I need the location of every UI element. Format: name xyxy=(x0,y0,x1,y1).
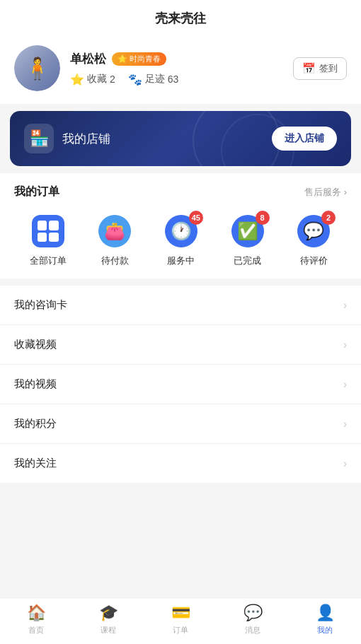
all-orders-icon xyxy=(32,215,64,247)
in-service-label: 服务中 xyxy=(167,254,195,267)
completed-label: 已完成 xyxy=(234,254,261,267)
nav-item-order[interactable]: 💳 订单 xyxy=(144,604,217,636)
profile-stats: ⭐ 收藏 2 🐾 足迹 63 xyxy=(70,73,178,86)
order-item-in-service[interactable]: 🕐 45 服务中 xyxy=(164,213,199,267)
pending-pay-icon-wrap: 👛 xyxy=(97,213,132,249)
profile-left: 🧍 单松松 ⭐ 时尚青春 ⭐ 收藏 2 xyxy=(14,45,178,91)
nav-item-home[interactable]: 🏠 首页 xyxy=(0,604,72,636)
order-item-pending-pay[interactable]: 👛 待付款 xyxy=(97,213,132,267)
shop-icon: 🏪 xyxy=(24,124,54,153)
order-item-pending-review[interactable]: 💬 2 待评价 xyxy=(296,213,331,267)
profile-info: 单松松 ⭐ 时尚青春 ⭐ 收藏 2 🐾 足迹 63 xyxy=(70,51,178,86)
pending-pay-icon: 👛 xyxy=(98,215,131,247)
after-sales-service[interactable]: 售后服务 › xyxy=(304,186,347,199)
menu-item-my-points[interactable]: 我的积分 › xyxy=(0,404,361,444)
in-service-icon-wrap: 🕐 45 xyxy=(164,213,199,249)
order-item-all[interactable]: 全部订单 xyxy=(30,213,67,267)
badge-label: 时尚青春 xyxy=(130,54,161,64)
profile-badge: ⭐ 时尚青春 xyxy=(112,52,166,66)
footprint-count: 63 xyxy=(168,74,179,85)
bottom-nav: 🏠 首页 🎓 课程 💳 订单 💬 消息 👤 我的 xyxy=(0,597,361,644)
chevron-right-icon-5: › xyxy=(343,457,347,470)
all-orders-icon-wrap xyxy=(30,213,66,249)
shop-left: 🏪 我的店铺 xyxy=(24,124,110,153)
consultation-card-label: 我的咨询卡 xyxy=(14,298,67,312)
orders-title: 我的订单 xyxy=(14,185,59,199)
chevron-right-icon-3: › xyxy=(343,378,347,391)
home-icon: 🏠 xyxy=(27,604,46,622)
favorites-label: 收藏 xyxy=(87,73,107,86)
page-header: 壳来壳往 xyxy=(0,0,361,34)
shop-banner: 🏪 我的店铺 进入店铺 xyxy=(10,111,351,166)
orders-section: 我的订单 售后服务 › 全部订单 xyxy=(0,173,361,279)
checkin-label: 签到 xyxy=(319,62,338,75)
footprint-stat[interactable]: 🐾 足迹 63 xyxy=(128,73,179,86)
profile-name: 单松松 xyxy=(70,51,106,67)
nav-item-course[interactable]: 🎓 课程 xyxy=(72,604,144,636)
my-follows-label: 我的关注 xyxy=(14,457,57,470)
menu-item-my-videos[interactable]: 我的视频 › xyxy=(0,365,361,404)
all-orders-label: 全部订单 xyxy=(30,254,67,267)
chat-bubble-icon: 💬 xyxy=(303,221,324,241)
order-item-completed[interactable]: ✅ 8 已完成 xyxy=(230,213,265,267)
card-icon: 💳 xyxy=(171,604,190,622)
checkin-icon: 📅 xyxy=(302,62,316,75)
nav-order-label: 订单 xyxy=(173,625,188,636)
completed-badge: 8 xyxy=(256,211,270,225)
footprint-label: 足迹 xyxy=(145,73,165,86)
chevron-right-icon-2: › xyxy=(343,339,347,351)
star-icon: ⭐ xyxy=(70,73,84,86)
enter-shop-button[interactable]: 进入店铺 xyxy=(272,127,337,151)
favorites-count: 2 xyxy=(110,74,115,85)
saved-videos-label: 收藏视频 xyxy=(14,338,57,351)
my-points-label: 我的积分 xyxy=(14,417,57,431)
menu-item-consultation-card[interactable]: 我的咨询卡 › xyxy=(0,286,361,325)
nav-course-label: 课程 xyxy=(101,625,116,636)
pending-review-label: 待评价 xyxy=(300,254,328,267)
clock-icon: 🕐 xyxy=(171,221,192,241)
badge-star-icon: ⭐ xyxy=(118,54,127,64)
nav-item-profile[interactable]: 👤 我的 xyxy=(289,604,361,636)
nav-item-message[interactable]: 💬 消息 xyxy=(217,604,289,636)
shop-store-icon: 🏪 xyxy=(30,129,49,148)
pending-pay-label: 待付款 xyxy=(101,254,129,267)
avatar-inner: 🧍 xyxy=(14,45,60,91)
graduation-icon: 🎓 xyxy=(99,604,118,622)
nav-profile-label: 我的 xyxy=(317,625,333,636)
menu-item-saved-videos[interactable]: 收藏视频 › xyxy=(0,325,361,365)
profile-name-row: 单松松 ⭐ 时尚青春 xyxy=(70,51,178,67)
chevron-right-icon-4: › xyxy=(343,418,347,431)
message-icon: 💬 xyxy=(243,604,263,622)
nav-message-label: 消息 xyxy=(245,625,260,636)
menu-list: 我的咨询卡 › 收藏视频 › 我的视频 › 我的积分 › 我的关注 › xyxy=(0,286,361,483)
profile-section: 🧍 单松松 ⭐ 时尚青春 ⭐ 收藏 2 xyxy=(0,34,361,104)
menu-item-my-follows[interactable]: 我的关注 › xyxy=(0,444,361,483)
favorites-stat[interactable]: ⭐ 收藏 2 xyxy=(70,73,115,86)
page-title: 壳来壳往 xyxy=(155,11,206,25)
my-videos-label: 我的视频 xyxy=(14,377,57,391)
shop-label: 我的店铺 xyxy=(62,131,110,147)
pending-review-icon-wrap: 💬 2 xyxy=(296,213,331,249)
in-service-badge: 45 xyxy=(189,211,203,225)
chevron-right-icon-1: › xyxy=(343,299,347,312)
orders-header: 我的订单 售后服务 › xyxy=(14,185,347,199)
pending-review-badge: 2 xyxy=(321,211,336,225)
wallet-icon: 👛 xyxy=(104,221,125,241)
service-label: 售后服务 xyxy=(304,186,341,199)
avatar[interactable]: 🧍 xyxy=(14,45,60,91)
person-icon: 👤 xyxy=(316,604,335,622)
orders-grid: 全部订单 👛 待付款 🕐 45 服务中 xyxy=(14,213,347,267)
checkin-button[interactable]: 📅 签到 xyxy=(293,57,347,80)
completed-icon-wrap: ✅ 8 xyxy=(230,213,265,249)
nav-home-label: 首页 xyxy=(28,625,44,636)
footprint-icon: 🐾 xyxy=(128,73,142,86)
chevron-right-icon: › xyxy=(344,187,347,197)
check-icon: ✅ xyxy=(237,221,258,241)
all-orders-grid xyxy=(38,221,59,242)
